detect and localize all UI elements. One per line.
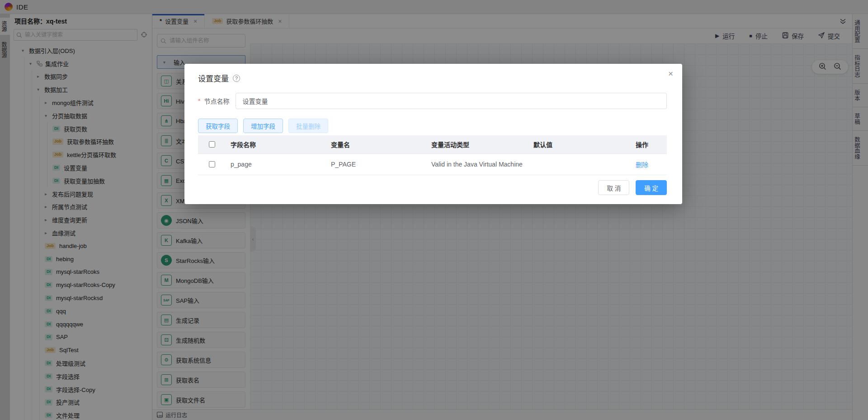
close-icon[interactable]: × [668,69,673,78]
dialog-title: 设置变量 [198,72,229,84]
col-variable-type: 变量活动类型 [426,135,528,154]
fetch-fields-button[interactable]: 获取字段 [198,119,238,133]
cell-field-name: p_page [225,154,326,175]
col-default-value: 默认值 [528,135,630,154]
set-variable-dialog: × 设置变量 ? * 节点名称 获取字段 增加字段 批量删除 字段名称 变量名 [184,64,682,204]
node-name-input[interactable] [236,93,667,109]
help-icon[interactable]: ? [233,75,240,82]
batch-delete-button[interactable]: 批量删除 [288,119,328,133]
cell-variable-name: P_PAGE [326,154,426,175]
select-all-checkbox[interactable] [209,141,215,148]
add-field-button[interactable]: 增加字段 [243,119,283,133]
table-row: p_page P_PAGE Valid in the Java Virtual … [198,154,667,175]
col-variable-name: 变量名 [326,135,426,154]
cell-default-value [528,154,630,175]
table-header-row: 字段名称 变量名 变量活动类型 默认值 操作 [198,135,667,154]
modal-mask[interactable] [0,0,868,420]
row-checkbox[interactable] [209,161,215,167]
col-actions: 操作 [630,135,667,154]
cancel-button[interactable]: 取 消 [598,180,629,195]
cell-variable-type: Valid in the Java Virtual Machine [426,154,528,175]
ok-button[interactable]: 确 定 [636,180,667,195]
col-field-name: 字段名称 [225,135,326,154]
required-mark: * [198,97,200,105]
delete-row-link[interactable]: 删除 [636,161,648,168]
ide-window: IDE 资源数据源 项目名称：xq-test ▾数据引入层(ODS)▾集成作业▸… [0,0,868,420]
node-name-label: 节点名称 [204,96,229,105]
variables-table: 字段名称 变量名 变量活动类型 默认值 操作 p_page P_PAGE Val… [198,135,667,175]
